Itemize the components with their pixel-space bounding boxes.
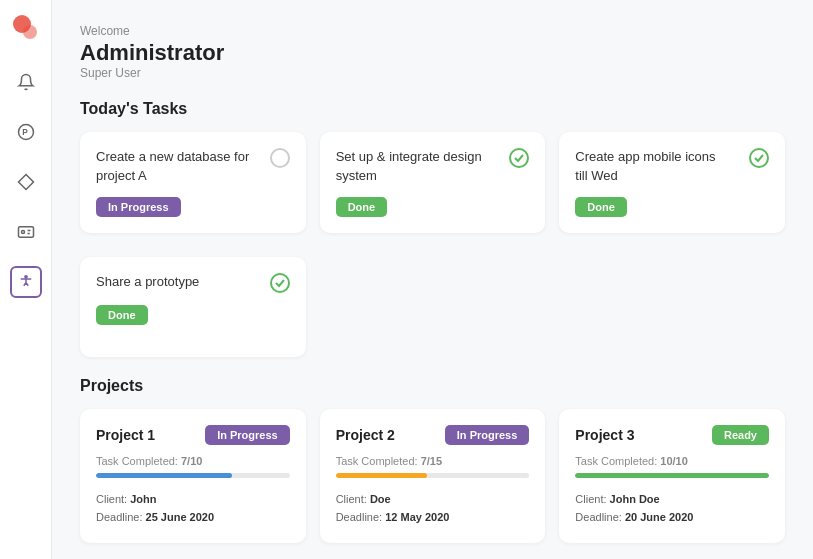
project-completed-label-2: Task Completed: 7/15 [336,455,530,467]
task-badge-3: Done [575,197,627,217]
project-name-2: Project 2 [336,427,395,443]
accessibility-icon[interactable] [10,266,42,298]
project-name-3: Project 3 [575,427,634,443]
tasks-section-title: Today's Tasks [80,100,785,118]
project-completed-label-3: Task Completed: 10/10 [575,455,769,467]
project-completed-value-3: 10/10 [660,455,688,467]
sidebar: P [0,0,52,559]
project-name-1: Project 1 [96,427,155,443]
task-check-done-4 [270,273,290,293]
svg-point-7 [24,276,26,278]
task-title-4: Share a prototype [96,273,199,291]
project-badge-3: Ready [712,425,769,445]
projects-grid: Project 1 In Progress Task Completed: 7/… [80,409,785,543]
role-text: Super User [80,66,785,80]
tasks-grid: Create a new database for project A In P… [80,132,785,232]
project-meta-2: Client: Doe Deadline: 12 May 2020 [336,490,530,527]
project-badge-1: In Progress [205,425,290,445]
person-card-icon[interactable] [10,216,42,248]
task-check-done-3 [749,148,769,168]
svg-text:P: P [22,128,28,137]
project-progress-bg-3 [575,473,769,478]
project-progress-fill-2 [336,473,427,478]
task-card-3: Create app mobile icons till Wed Done [559,132,785,232]
task-check-empty-1 [270,148,290,168]
logo-icon[interactable] [12,14,40,42]
project-card-2: Project 2 In Progress Task Completed: 7/… [320,409,546,543]
header: Welcome Administrator Super User [80,24,785,80]
project-progress-fill-3 [575,473,769,478]
admin-name: Administrator [80,40,785,66]
project-meta-1: Client: John Deadline: 25 June 2020 [96,490,290,527]
project-completed-label-1: Task Completed: 7/10 [96,455,290,467]
task-card-1: Create a new database for project A In P… [80,132,306,232]
task-badge-2: Done [336,197,388,217]
p-icon[interactable]: P [10,116,42,148]
project-completed-value-1: 7/10 [181,455,202,467]
project-client-3: John Doe [610,493,660,505]
project-deadline-3: 20 June 2020 [625,511,694,523]
task-badge-4: Done [96,305,148,325]
project-card-1: Project 1 In Progress Task Completed: 7/… [80,409,306,543]
project-deadline-1: 25 June 2020 [146,511,215,523]
project-meta-3: Client: John Doe Deadline: 20 June 2020 [575,490,769,527]
project-card-3: Project 3 Ready Task Completed: 10/10 Cl… [559,409,785,543]
svg-point-1 [23,25,37,39]
tasks-row2: Share a prototype Done [80,257,785,357]
project-badge-2: In Progress [445,425,530,445]
project-progress-bg-2 [336,473,530,478]
welcome-text: Welcome [80,24,785,38]
project-client-2: Doe [370,493,391,505]
projects-section-title: Projects [80,377,785,395]
task-card-2: Set up & integrate design system Done [320,132,546,232]
task-title-2: Set up & integrate design system [336,148,491,184]
svg-marker-4 [18,175,33,190]
main-content: Welcome Administrator Super User Today's… [52,0,813,559]
diamond-icon[interactable] [10,166,42,198]
project-progress-bg-1 [96,473,290,478]
project-client-1: John [130,493,156,505]
bell-icon[interactable] [10,66,42,98]
task-badge-1: In Progress [96,197,181,217]
task-card-4: Share a prototype Done [80,257,306,357]
task-title-3: Create app mobile icons till Wed [575,148,730,184]
task-title-1: Create a new database for project A [96,148,251,184]
project-completed-value-2: 7/15 [421,455,442,467]
project-deadline-2: 12 May 2020 [385,511,449,523]
project-progress-fill-1 [96,473,232,478]
svg-point-6 [21,231,24,234]
task-check-done-2 [509,148,529,168]
